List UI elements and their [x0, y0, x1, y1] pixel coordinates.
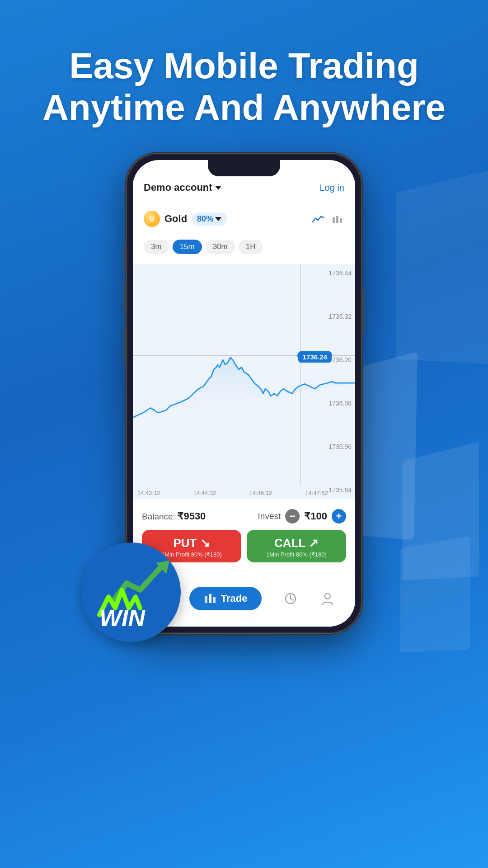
chart-x-labels: 14:42:12 14:44:32 14:46:12 14:47:52 — [137, 490, 328, 496]
line-chart-icon[interactable] — [312, 214, 324, 224]
svg-rect-3 — [336, 216, 338, 223]
volume-down-button — [124, 326, 126, 362]
invest-increase-button[interactable]: + — [332, 509, 346, 524]
x-label-2: 14:44:32 — [193, 490, 216, 496]
balance-amount: ₹9530 — [177, 510, 206, 522]
chart-svg — [133, 264, 355, 499]
history-icon — [282, 590, 299, 607]
trade-nav-button[interactable]: Trade — [189, 587, 262, 610]
invest-controls: Invest − ₹100 + — [258, 509, 346, 524]
crosshair-vertical — [300, 264, 301, 486]
power-button — [362, 289, 364, 335]
account-label: Demo account — [144, 182, 212, 193]
invest-decrease-button[interactable]: − — [285, 509, 300, 524]
percent-chevron-icon — [215, 217, 221, 221]
app-header: Demo account Log in — [133, 178, 355, 197]
chart-type-icons — [312, 214, 344, 224]
svg-rect-6 — [209, 594, 211, 603]
current-price-tag: 1736.24 — [298, 351, 332, 363]
volume-up-button — [124, 280, 126, 316]
phone-mockup: WIN Demo account Log in G — [127, 154, 361, 633]
win-logo-svg: WIN — [86, 556, 176, 628]
call-label: CALL ↗ — [274, 536, 319, 550]
svg-line-10 — [291, 599, 293, 600]
volume-mute-button — [124, 244, 126, 271]
svg-point-11 — [325, 594, 330, 599]
gold-icon: G — [144, 211, 160, 227]
timeframe-15m[interactable]: 15m — [173, 240, 202, 254]
login-button[interactable]: Log in — [320, 183, 345, 193]
balance-invest-row: Balance: ₹9530 Invest − ₹100 + — [142, 509, 346, 524]
balance-section: Balance: ₹9530 — [142, 510, 206, 522]
call-sub-label: 1Min Profit 80% (₹180) — [266, 551, 327, 558]
hero-section: Easy Mobile Trading Anytime And Anywhere — [0, 45, 488, 128]
timeframe-30m[interactable]: 30m — [206, 240, 235, 254]
balance-label: Balance: — [142, 512, 175, 521]
chevron-down-icon — [215, 186, 221, 190]
x-label-4: 14:47:52 — [305, 490, 328, 496]
call-button[interactable]: CALL ↗ 1Min Profit 80% (₹180) — [247, 530, 346, 562]
svg-text:WIN: WIN — [99, 605, 146, 628]
x-label-1: 14:42:12 — [137, 490, 160, 496]
account-selector[interactable]: Demo account — [144, 182, 221, 193]
invest-label: Invest — [258, 511, 281, 521]
hero-title: Easy Mobile Trading Anytime And Anywhere — [27, 45, 461, 128]
svg-rect-5 — [205, 596, 207, 603]
win-logo-inner: WIN — [86, 556, 176, 628]
chart-area: 1736.44 1736.32 1736.20 1736.08 1735.96 … — [133, 264, 355, 499]
svg-rect-2 — [333, 217, 335, 223]
phone-notch — [208, 160, 280, 176]
x-label-3: 14:46:12 — [249, 490, 272, 496]
nav-profile[interactable] — [319, 590, 336, 607]
invest-amount: ₹100 — [304, 510, 327, 522]
timeframe-1h[interactable]: 1H — [239, 240, 263, 254]
trade-icon — [204, 592, 216, 605]
asset-percent[interactable]: 80% — [192, 212, 227, 226]
asset-info[interactable]: G Gold 80% — [144, 211, 227, 227]
timeframe-3m[interactable]: 3m — [144, 240, 169, 254]
profile-icon — [319, 590, 336, 607]
trade-nav-label: Trade — [221, 593, 248, 604]
bar-chart-icon[interactable] — [332, 214, 344, 224]
put-label: PUT ↘ — [173, 536, 210, 550]
svg-rect-7 — [213, 597, 216, 603]
nav-history[interactable] — [282, 590, 299, 607]
asset-row: G Gold 80% — [133, 207, 355, 231]
asset-name: Gold — [164, 213, 187, 225]
timeframe-row: 3m 15m 30m 1H — [133, 236, 355, 258]
svg-rect-4 — [340, 218, 342, 223]
win-logo-badge: WIN — [81, 542, 181, 642]
